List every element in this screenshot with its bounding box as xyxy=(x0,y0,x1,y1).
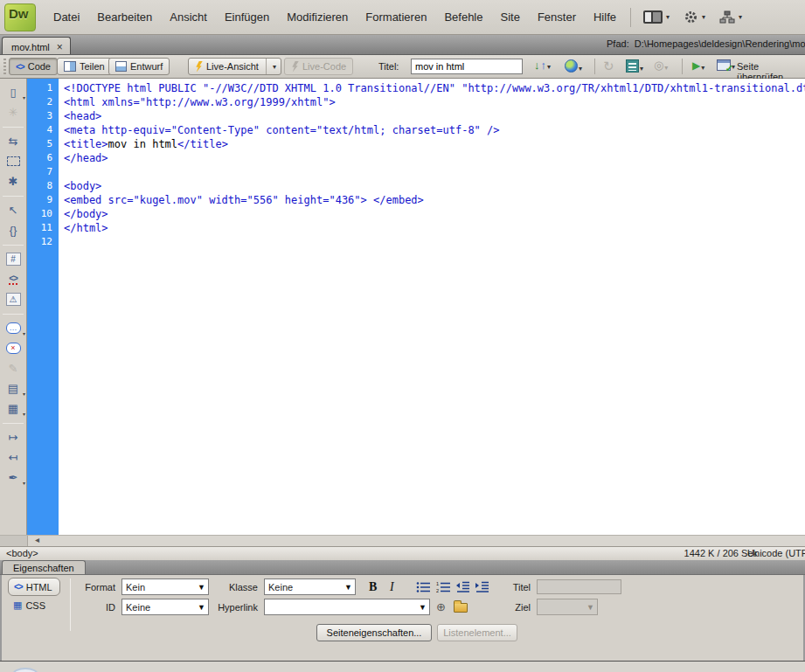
menu-item-site[interactable]: Site xyxy=(491,5,528,29)
code-line[interactable]: </html> xyxy=(64,221,805,235)
check-page-button[interactable]: ▾ xyxy=(717,59,735,71)
collapse-full-tag-icon[interactable]: ⇆ xyxy=(3,133,23,149)
preview-in-browser-button[interactable]: ▾ xyxy=(565,59,582,73)
line-number[interactable]: 10 xyxy=(27,207,52,221)
coding-toolbar-divider xyxy=(3,245,24,246)
menu-item-formatieren[interactable]: Formatieren xyxy=(357,5,435,29)
view-options-button[interactable]: ▾ xyxy=(626,59,643,73)
toolbar-grip[interactable] xyxy=(3,59,6,75)
menu-item-befehle[interactable]: Befehle xyxy=(435,5,491,29)
live-view-button[interactable]: Live-Ansicht ▾ xyxy=(188,58,281,75)
expand-all-icon[interactable]: ✱ xyxy=(3,173,23,190)
refresh-button: ↻ xyxy=(603,59,614,73)
properties-tab[interactable]: Eigenschaften xyxy=(2,560,86,574)
indent-code-icon[interactable]: ↦ xyxy=(3,429,23,446)
dreamweaver-logo-icon[interactable]: Dw xyxy=(4,3,36,31)
line-number[interactable]: 9 xyxy=(27,193,52,207)
line-number[interactable]: 1 xyxy=(27,81,52,95)
line-number[interactable]: 3 xyxy=(27,109,52,123)
ordered-list-button[interactable]: 12 xyxy=(436,581,451,593)
recent-snippets-icon[interactable]: ▤▾ xyxy=(3,380,23,397)
file-management-button[interactable]: ↓ ↑ ▾ xyxy=(534,59,551,71)
line-number[interactable]: 11 xyxy=(27,221,52,235)
line-number[interactable]: 8 xyxy=(27,179,52,193)
class-value: Keine xyxy=(268,582,293,592)
point-to-file-icon[interactable]: ⊕ xyxy=(436,600,446,613)
code-line[interactable]: <title>mov in html</title> xyxy=(64,137,805,151)
balance-braces-icon[interactable]: {} xyxy=(3,222,23,239)
format-source-code-icon[interactable]: ✒▾ xyxy=(3,469,23,486)
site-menu-button[interactable]: ▾ xyxy=(719,10,742,24)
target-select: ▼ xyxy=(537,599,598,615)
code-line[interactable]: <html xmlns="http://www.w3.org/1999/xhtm… xyxy=(64,95,805,109)
browse-folder-icon[interactable] xyxy=(454,603,468,613)
scroll-left-arrow-icon[interactable]: ◂ xyxy=(35,535,39,544)
unordered-list-button[interactable] xyxy=(416,581,431,593)
lightning-icon xyxy=(291,61,299,73)
code-line[interactable]: </body> xyxy=(64,207,805,221)
scrollbar-corner xyxy=(0,536,28,546)
check-browser-compatibility-button[interactable]: ▶ ▾ xyxy=(692,59,704,72)
menu-item-fenster[interactable]: Fenster xyxy=(529,5,585,29)
code-view: ▯▾✳⇆✱↖{}#<>⚠…▾×✎▤▾▦▾↦↤✒▾ 123456789101112… xyxy=(0,79,805,535)
document-tab[interactable]: mov.html × xyxy=(2,37,71,54)
hyperlink-combo[interactable]: ▼ xyxy=(264,599,430,615)
tab-close-icon[interactable]: × xyxy=(57,43,63,52)
extensions-menu-button[interactable]: ▾ xyxy=(684,10,705,24)
chevron-down-icon: ▾ xyxy=(664,64,668,72)
collapse-selection-icon[interactable] xyxy=(3,153,23,170)
menu-item-bearbeiten[interactable]: Bearbeiten xyxy=(88,5,161,29)
menu-item-modifizieren[interactable]: Modifizieren xyxy=(278,5,357,29)
id-select[interactable]: Keine ▼ xyxy=(121,599,209,615)
tag-selector[interactable]: <body> xyxy=(6,548,38,558)
class-select[interactable]: Keine ▼ xyxy=(264,578,356,595)
apply-comment-icon[interactable]: …▾ xyxy=(3,320,23,336)
split-view-button[interactable]: Teilen xyxy=(57,58,112,75)
code-editor[interactable]: <!DOCTYPE html PUBLIC "-//W3C//DTD XHTML… xyxy=(59,79,805,535)
document-title-input[interactable] xyxy=(411,59,523,74)
path-value: D:\Homepages\deldesign\Rendering\mov xyxy=(635,38,805,49)
line-number[interactable]: 12 xyxy=(27,235,52,249)
menu-item-hilfe[interactable]: Hilfe xyxy=(585,5,625,29)
code-line[interactable]: <meta http-equiv="Content-Type" content=… xyxy=(64,123,805,137)
horizontal-scrollbar[interactable]: ◂ xyxy=(0,535,805,546)
code-line[interactable]: <body> xyxy=(64,179,805,193)
italic-button[interactable]: I xyxy=(390,580,394,594)
line-number[interactable]: 5 xyxy=(27,137,52,151)
code-line[interactable] xyxy=(64,165,805,179)
code-line[interactable]: <!DOCTYPE html PUBLIC "-//W3C//DTD XHTML… xyxy=(64,81,805,95)
workspace-layout-button[interactable]: ▾ xyxy=(643,10,670,24)
menu-item-ansicht[interactable]: Ansicht xyxy=(161,5,216,29)
remove-comment-icon[interactable]: × xyxy=(3,340,23,357)
menu-item-datei[interactable]: Datei xyxy=(45,5,88,29)
menubar-icons: ▾ ▾ ▾ xyxy=(643,10,742,24)
open-documents-icon[interactable]: ▯▾ xyxy=(3,84,23,100)
syntax-error-alerts-icon[interactable]: ⚠ xyxy=(3,291,23,308)
line-number[interactable]: 7 xyxy=(27,165,52,179)
live-view-dropdown-icon[interactable]: ▾ xyxy=(270,63,279,71)
move-css-icon[interactable]: ▦▾ xyxy=(3,400,23,417)
bold-button[interactable]: B xyxy=(369,580,377,594)
line-number[interactable]: 4 xyxy=(27,123,52,137)
highlight-invalid-code-icon[interactable]: <> xyxy=(3,271,23,288)
outdent-button[interactable] xyxy=(455,581,470,593)
code-line[interactable] xyxy=(64,235,805,249)
line-number[interactable]: 6 xyxy=(27,151,52,165)
class-label: Klasse xyxy=(207,582,258,592)
code-line[interactable]: </head> xyxy=(64,151,805,165)
design-view-button[interactable]: Entwurf xyxy=(108,58,170,75)
line-number-gutter[interactable]: 123456789101112 xyxy=(27,79,59,535)
outdent-code-icon[interactable]: ↤ xyxy=(3,449,23,466)
select-parent-tag-icon[interactable]: ↖ xyxy=(3,202,23,218)
properties-panel: <> HTML ▦ CSS Format Kein ▼ Klasse Keine… xyxy=(0,575,805,661)
page-properties-button[interactable]: Seiteneigenschaften... xyxy=(316,624,432,641)
menu-item-einfuegen[interactable]: Einfügen xyxy=(216,5,278,29)
line-number[interactable]: 2 xyxy=(27,95,52,109)
format-select[interactable]: Kein ▼ xyxy=(121,578,209,595)
code-line[interactable]: <embed src="kugel.mov" width="556" heigh… xyxy=(64,193,805,207)
code-line[interactable]: <head> xyxy=(64,109,805,123)
format-label: Format xyxy=(2,582,115,592)
chevron-down-icon: ▼ xyxy=(344,583,352,592)
code-view-button[interactable]: <> Code xyxy=(9,58,58,75)
line-numbers-icon[interactable]: # xyxy=(3,251,23,267)
